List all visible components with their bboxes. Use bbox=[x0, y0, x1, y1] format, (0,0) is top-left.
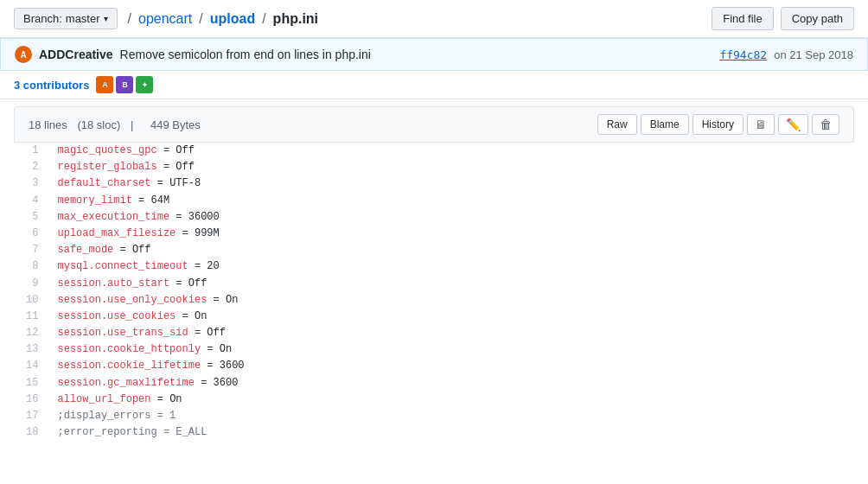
line-code: register_globals = Off bbox=[49, 159, 854, 175]
file-sloc: (18 sloc) bbox=[77, 118, 120, 131]
edit-icon[interactable]: ✏️ bbox=[778, 114, 808, 135]
line-number[interactable]: 11 bbox=[15, 309, 49, 325]
commit-info-left: A ADDCreative Remove semicolon from end … bbox=[15, 46, 371, 63]
line-number[interactable]: 16 bbox=[15, 392, 49, 408]
top-actions: Find file Copy path bbox=[712, 7, 854, 30]
line-code: upload_max_filesize = 999M bbox=[49, 226, 854, 242]
contributor-avatar-1: A bbox=[96, 76, 113, 93]
avatar: A bbox=[15, 46, 32, 63]
line-number[interactable]: 8 bbox=[15, 258, 49, 275]
branch-name: master bbox=[66, 12, 100, 25]
contributors-bar: 3 contributors A B ✦ bbox=[0, 71, 868, 99]
table-row: 16allow_url_fopen = On bbox=[15, 392, 854, 408]
table-row: 2register_globals = Off bbox=[15, 159, 854, 175]
table-row: 10session.use_only_cookies = On bbox=[15, 292, 854, 309]
file-actions: Raw Blame History 🖥 ✏️ 🗑 bbox=[597, 114, 839, 135]
table-row: 14session.cookie_lifetime = 3600 bbox=[15, 358, 854, 374]
line-number[interactable]: 9 bbox=[15, 276, 49, 292]
line-number[interactable]: 18 bbox=[15, 424, 49, 442]
line-number[interactable]: 15 bbox=[15, 375, 49, 392]
code-table: 1magic_quotes_gpc = Off2register_globals… bbox=[14, 143, 854, 442]
file-lines: 18 lines bbox=[29, 118, 67, 131]
sep3: / bbox=[262, 11, 265, 27]
table-row: 17;display_errors = 1 bbox=[15, 408, 854, 424]
line-number[interactable]: 12 bbox=[15, 325, 49, 341]
line-number[interactable]: 1 bbox=[15, 143, 49, 159]
history-button[interactable]: History bbox=[692, 114, 744, 135]
divider: | bbox=[131, 118, 133, 131]
file-wrapper: 18 lines (18 sloc) | 449 Bytes Raw Blame… bbox=[0, 106, 868, 455]
commit-bar: A ADDCreative Remove semicolon from end … bbox=[0, 38, 868, 71]
line-code: max_execution_time = 36000 bbox=[49, 209, 854, 226]
commit-info-right: ff94c82 on 21 Sep 2018 bbox=[719, 48, 853, 61]
breadcrumb: Branch: master ▾ / opencart / upload / p… bbox=[14, 8, 318, 29]
branch-selector[interactable]: Branch: master ▾ bbox=[14, 8, 118, 29]
line-number[interactable]: 7 bbox=[15, 242, 49, 258]
contributors-avatars: A B ✦ bbox=[96, 76, 153, 93]
table-row: 6upload_max_filesize = 999M bbox=[15, 226, 854, 242]
table-row: 15session.gc_maxlifetime = 3600 bbox=[15, 375, 854, 392]
copy-path-button[interactable]: Copy path bbox=[781, 7, 854, 30]
line-number[interactable]: 4 bbox=[15, 193, 49, 209]
filename: php.ini bbox=[273, 11, 318, 27]
commit-author: ADDCreative bbox=[39, 48, 113, 61]
line-number[interactable]: 3 bbox=[15, 175, 49, 192]
table-row: 11session.use_cookies = On bbox=[15, 309, 854, 325]
line-code: mysql.connect_timeout = 20 bbox=[49, 258, 854, 275]
line-code: ;error_reporting = E_ALL bbox=[49, 424, 854, 442]
file-size: 449 Bytes bbox=[150, 118, 201, 131]
table-row: 18;error_reporting = E_ALL bbox=[15, 424, 854, 442]
table-row: 1magic_quotes_gpc = Off bbox=[15, 143, 854, 159]
line-number[interactable]: 10 bbox=[15, 292, 49, 309]
commit-date: on 21 Sep 2018 bbox=[774, 48, 853, 61]
line-code: session.use_trans_sid = Off bbox=[49, 325, 854, 341]
line-number[interactable]: 13 bbox=[15, 341, 49, 358]
table-row: 5max_execution_time = 36000 bbox=[15, 209, 854, 226]
line-number[interactable]: 2 bbox=[15, 159, 49, 175]
table-row: 8mysql.connect_timeout = 20 bbox=[15, 258, 854, 275]
line-number[interactable]: 5 bbox=[15, 209, 49, 226]
contributor-avatar-3: ✦ bbox=[136, 76, 153, 93]
commit-hash-link[interactable]: ff94c82 bbox=[719, 48, 767, 61]
desktop-icon[interactable]: 🖥 bbox=[747, 114, 775, 135]
delete-icon[interactable]: 🗑 bbox=[812, 114, 839, 135]
line-code: session.use_only_cookies = On bbox=[49, 292, 854, 309]
table-row: 4memory_limit = 64M bbox=[15, 193, 854, 209]
file-header: 18 lines (18 sloc) | 449 Bytes Raw Blame… bbox=[14, 106, 854, 143]
branch-label: Branch: bbox=[23, 12, 62, 25]
line-code: session.cookie_lifetime = 3600 bbox=[49, 358, 854, 374]
find-file-button[interactable]: Find file bbox=[712, 7, 774, 30]
line-code: safe_mode = Off bbox=[49, 242, 854, 258]
line-number[interactable]: 17 bbox=[15, 408, 49, 424]
sep1: / bbox=[128, 11, 131, 27]
line-code: default_charset = UTF-8 bbox=[49, 175, 854, 192]
table-row: 12session.use_trans_sid = Off bbox=[15, 325, 854, 341]
repo-owner-link[interactable]: opencart bbox=[138, 11, 192, 27]
blame-button[interactable]: Blame bbox=[641, 114, 689, 135]
contributors-link[interactable]: 3 contributors bbox=[14, 79, 89, 92]
table-row: 3default_charset = UTF-8 bbox=[15, 175, 854, 192]
line-code: magic_quotes_gpc = Off bbox=[49, 143, 854, 159]
line-code: session.use_cookies = On bbox=[49, 309, 854, 325]
raw-button[interactable]: Raw bbox=[597, 114, 637, 135]
chevron-down-icon: ▾ bbox=[104, 14, 108, 23]
repo-folder-link[interactable]: upload bbox=[210, 11, 255, 27]
line-code: session.auto_start = Off bbox=[49, 276, 854, 292]
line-code: session.gc_maxlifetime = 3600 bbox=[49, 375, 854, 392]
commit-message: Remove semicolon from end on lines in ph… bbox=[120, 48, 371, 61]
contributor-avatar-2: B bbox=[116, 76, 133, 93]
table-row: 9session.auto_start = Off bbox=[15, 276, 854, 292]
top-bar: Branch: master ▾ / opencart / upload / p… bbox=[0, 0, 868, 38]
line-number[interactable]: 6 bbox=[15, 226, 49, 242]
line-code: ;display_errors = 1 bbox=[49, 408, 854, 424]
table-row: 7safe_mode = Off bbox=[15, 242, 854, 258]
sep2: / bbox=[199, 11, 202, 27]
line-code: allow_url_fopen = On bbox=[49, 392, 854, 408]
file-meta: 18 lines (18 sloc) | 449 Bytes bbox=[29, 118, 207, 131]
line-code: session.cookie_httponly = On bbox=[49, 341, 854, 358]
line-number[interactable]: 14 bbox=[15, 358, 49, 374]
table-row: 13session.cookie_httponly = On bbox=[15, 341, 854, 358]
line-code: memory_limit = 64M bbox=[49, 193, 854, 209]
